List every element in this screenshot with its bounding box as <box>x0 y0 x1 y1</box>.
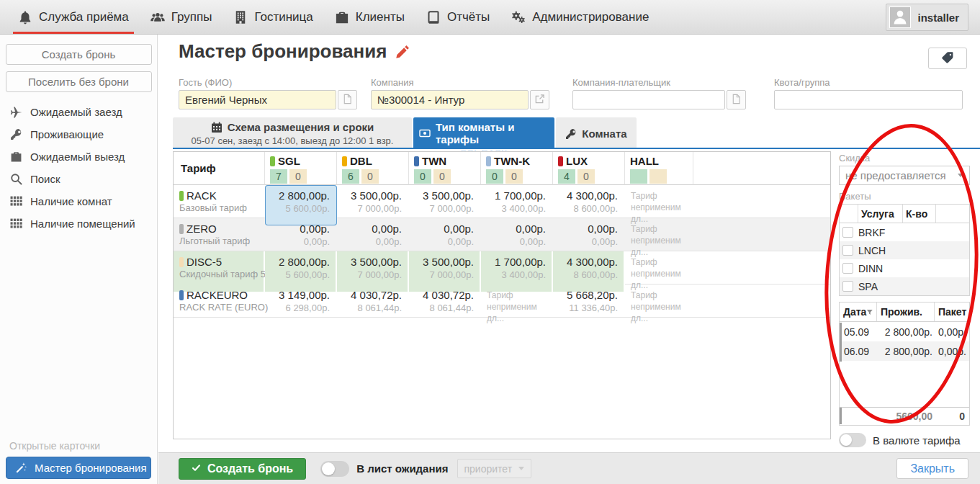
guest-label: Гость (ФИО) <box>179 77 357 88</box>
payer-card-button[interactable] <box>727 90 746 109</box>
package-service-label: BRKF <box>858 227 969 238</box>
sidebar-item-room-availability[interactable]: Наличие комнат <box>0 190 157 212</box>
sidebar-item-inhouse-guests[interactable]: Проживающие <box>0 123 157 145</box>
price-total: 6 298,00р. <box>265 302 330 313</box>
rate-cell-RACKEURO-LUX[interactable]: 5 668,20р.11 336,40р. <box>553 284 625 325</box>
rate-cell-RACKEURO-SGL[interactable]: 3 149,00р.6 298,00р. <box>265 284 337 325</box>
rate-row-ZERO: ZEROЛьготный тариф0,00р.0,00р.0,00р.0,00… <box>174 218 830 251</box>
payer-field-group: Компания-плательщик <box>572 77 746 109</box>
room-type-header-LUX[interactable]: LUX40 <box>553 152 625 185</box>
create-booking-button[interactable]: Создать бронь <box>6 44 152 65</box>
guest-input[interactable] <box>179 90 336 109</box>
sidebar-item-expected-departure[interactable]: Ожидаемый выезд <box>0 145 157 168</box>
rate-cell-RACKEURO-DBL[interactable]: 4 030,72р.8 061,44р. <box>337 284 409 325</box>
tab-room-type-rates[interactable]: Тип комнаты и тарифыSGL RACK <box>413 117 554 148</box>
pencil-icon[interactable] <box>395 45 410 59</box>
nav-item-groups[interactable]: Группы <box>140 0 223 34</box>
day-living: 2 800,00р. <box>877 326 935 338</box>
day-rows: 05.092 800,00р.0,00р.06.092 800,00р.0,00… <box>840 322 969 361</box>
nav-item-reception[interactable]: Служба приёма <box>7 0 140 34</box>
rate-row-DISC-5: DISC-5Скидочный тариф 5%2 800,00р.5 600,… <box>174 251 830 284</box>
price-per-night: 1 700,00р. <box>481 189 546 202</box>
open-card-booking-wizard[interactable]: Мастер бронирования <box>6 457 151 479</box>
nav-item-clients[interactable]: Клиенты <box>324 0 415 34</box>
na-line: Тариф <box>487 290 553 301</box>
room-type-label: TWN-K <box>494 155 530 167</box>
nav-item-label: Администрирование <box>532 10 649 24</box>
packages-rows: BRKFLNCHDINNSPA <box>840 223 969 295</box>
package-row-BRKF: BRKF <box>840 223 969 241</box>
briefcase-icon <box>335 10 349 24</box>
rate-cell-RACKEURO-TWN[interactable]: 4 030,72р.8 061,44р. <box>409 284 481 325</box>
nav-item-reports[interactable]: Отчёты <box>415 0 500 34</box>
tags-button[interactable] <box>928 48 967 69</box>
room-type-header-TWN-K[interactable]: TWN-K00 <box>481 152 553 185</box>
rate-row-RACK: RACKБазовый тариф2 800,00р.5 600,00р.3 5… <box>174 185 830 218</box>
price-per-night: 3 500,00р. <box>337 189 402 202</box>
sidebar-item-space-availability[interactable]: Наличие помещений <box>0 212 157 235</box>
package-service-label: DINN <box>858 263 969 274</box>
price-total: 3 400,00р. <box>481 269 546 280</box>
sidebar-item-expected-arrival[interactable]: Ожидаемый заезд <box>0 101 157 123</box>
free-count-badge: 0 <box>486 169 503 184</box>
company-input[interactable] <box>371 90 529 109</box>
price-total: 0,00р. <box>481 236 546 247</box>
close-button[interactable]: Закрыть <box>896 458 968 479</box>
guest-card-button[interactable] <box>338 90 357 109</box>
priority-select[interactable]: приоритет <box>457 459 532 478</box>
occupied-count-badge: 0 <box>289 169 307 184</box>
sidebar-item-label: Ожидаемый выезд <box>30 151 125 163</box>
sidebar-item-label: Поиск <box>30 173 60 185</box>
user-menu-button[interactable]: installer <box>886 4 968 31</box>
discount-label: Скидка <box>839 153 970 163</box>
waitlist-toggle[interactable] <box>320 461 349 477</box>
tab-room[interactable]: Комната <box>556 117 637 148</box>
price-per-night: 0,00р. <box>337 223 402 235</box>
package-checkbox-LNCH[interactable] <box>842 245 853 256</box>
tab-placement[interactable]: Схема размещения и сроки05-07 сен, заезд… <box>173 117 412 148</box>
rate-code-text: RACK <box>186 189 217 202</box>
guest-field-group: Гость (ФИО) <box>179 77 357 109</box>
rate-table-header: ТарифSGL70DBL60TWN00TWN-K00LUX40HALL <box>174 152 830 185</box>
create-booking-button[interactable]: Создать бронь <box>179 458 306 480</box>
nav-item-administration[interactable]: Администрирование <box>500 0 660 34</box>
check-icon <box>192 462 201 475</box>
price-per-night: 0,00р. <box>409 223 474 235</box>
page-title-text: Мастер бронирования <box>179 40 387 63</box>
rate-code-text: DISC-5 <box>186 256 222 268</box>
currency-toggle[interactable] <box>839 433 866 447</box>
room-type-header-SGL[interactable]: SGL70 <box>265 152 337 185</box>
company-open-button[interactable] <box>530 90 549 109</box>
day-table-header: Дата Прожив. Пакет <box>840 302 969 322</box>
package-checkbox-DINN[interactable] <box>842 263 853 274</box>
quota-input[interactable] <box>774 90 963 109</box>
rate-table-body: RACKБазовый тариф2 800,00р.5 600,00р.3 5… <box>174 185 830 318</box>
package-checkbox-SPA[interactable] <box>842 281 853 292</box>
scrollbar[interactable] <box>840 323 842 362</box>
toggle-knob <box>840 434 852 446</box>
price-total: 8 061,44р. <box>409 302 474 313</box>
price-total: 7 000,00р. <box>337 269 402 280</box>
nav-item-hotel[interactable]: Гостиница <box>222 0 323 34</box>
header-filler <box>693 152 830 185</box>
grid-icon <box>10 218 22 230</box>
free-count-badge: 7 <box>270 169 287 184</box>
room-type-header-HALL[interactable]: HALL <box>625 152 693 185</box>
checkin-without-booking-button[interactable]: Поселить без брони <box>6 71 152 92</box>
payer-input[interactable] <box>572 90 725 109</box>
price-per-night: 4 300,00р. <box>553 256 618 268</box>
room-type-header-DBL[interactable]: DBL60 <box>337 152 409 185</box>
room-type-code: SGL <box>270 155 336 167</box>
price-total: 8 600,00р. <box>553 269 618 280</box>
money-icon <box>419 127 431 139</box>
filter-icon[interactable] <box>866 308 873 316</box>
rate-name-RACKEURO[interactable]: RACKEURORACK RATE (EURO) <box>174 284 265 325</box>
rate-code: RACK <box>179 189 265 202</box>
discount-select[interactable]: не предоставляется <box>839 166 970 185</box>
room-type-marker <box>270 156 275 166</box>
na-line: неприменим дл... <box>631 301 693 324</box>
sidebar-item-search[interactable]: Поиск <box>0 168 157 190</box>
package-checkbox-BRKF[interactable] <box>842 227 853 238</box>
price-per-night: 5 668,20р. <box>553 289 618 301</box>
room-type-header-TWN[interactable]: TWN00 <box>409 152 481 185</box>
